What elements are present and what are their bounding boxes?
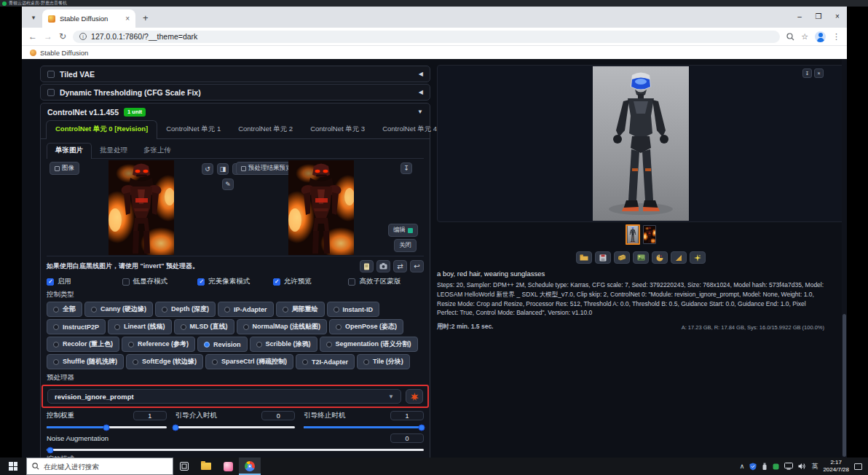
tab-batch[interactable]: 批量处理 xyxy=(92,144,135,158)
zoom-icon[interactable] xyxy=(786,33,794,41)
generated-image[interactable] xyxy=(593,66,689,221)
dynamic-thresholding-checkbox[interactable] xyxy=(47,89,55,96)
taskbar-search[interactable] xyxy=(26,458,173,475)
open-folder-button[interactable] xyxy=(576,251,592,264)
effective-region-mask-checkbox[interactable]: 高效子区蒙版 xyxy=(348,277,424,286)
send-dimensions-button[interactable]: ↩ xyxy=(410,260,424,272)
sparkle-button[interactable] xyxy=(690,251,706,264)
volume-icon[interactable] xyxy=(798,463,806,470)
mirror-webcam-button[interactable]: ⇄ xyxy=(393,260,407,272)
scrollbar-thumb[interactable] xyxy=(843,314,846,457)
control-type-ip-adapter[interactable]: IP-Adapter xyxy=(218,302,274,317)
send-to-inpaint-button[interactable] xyxy=(652,251,668,264)
control-type-canny[interactable]: Canny (硬边缘) xyxy=(84,302,153,317)
control-type-sparsectrl[interactable]: SparseCtrl (稀疏控制) xyxy=(205,354,293,369)
lowvram-checkbox[interactable]: 低显存模式 xyxy=(122,277,198,286)
control-type-scribble[interactable]: Scribble (涂鸦) xyxy=(250,337,317,352)
task-view-button[interactable] xyxy=(173,458,195,475)
close-chip[interactable]: 关闭 xyxy=(394,239,417,252)
tab-single-image[interactable]: 单张图片 xyxy=(47,143,92,159)
browser-tab[interactable]: Stable Diffusion × xyxy=(42,9,135,28)
thumbnail-robot[interactable] xyxy=(626,224,640,245)
menu-kebab-icon[interactable]: ⋮ xyxy=(832,32,840,42)
control-type-inpaint[interactable]: 局部重绘 xyxy=(276,302,325,317)
search-input[interactable] xyxy=(44,463,160,471)
expand-icon[interactable]: ▼ xyxy=(417,109,423,115)
download-image-button[interactable]: ↧ xyxy=(802,68,812,78)
control-type-mlsd[interactable]: MLSD (直线) xyxy=(174,319,234,334)
adjust-button[interactable]: ◨ xyxy=(217,163,229,175)
green-tray-icon[interactable] xyxy=(773,463,779,470)
control-type-segmentation[interactable]: Segmentation (语义分割) xyxy=(320,337,418,352)
tab-unit-1[interactable]: ControlNet 单元 1 xyxy=(157,121,229,138)
preprocessor-dropdown[interactable]: revision_ignore_prompt ▼ xyxy=(47,389,401,404)
usb-icon[interactable] xyxy=(762,463,768,471)
tab-unit-2[interactable]: ControlNet 单元 2 xyxy=(229,121,301,138)
control-type-normalmap[interactable]: NormalMap (法线贴图) xyxy=(237,319,328,334)
controlnet-header[interactable]: ControlNet v1.1.455 1 unit ▼ xyxy=(41,103,430,120)
thumbnail-warrior[interactable] xyxy=(643,225,656,244)
new-canvas-button[interactable] xyxy=(360,260,374,272)
shield-icon[interactable] xyxy=(749,463,757,471)
accordion-tiled-vae[interactable]: Tiled VAE ◀ xyxy=(40,66,430,82)
start-button[interactable] xyxy=(0,458,26,475)
save-image-button[interactable] xyxy=(595,251,611,264)
reload-button[interactable]: ↻ xyxy=(59,32,66,41)
send-to-extras-button[interactable] xyxy=(671,251,687,264)
taskbar-clock[interactable]: 2:17 2024/7/28 xyxy=(823,459,849,474)
control-type-openpose[interactable]: OpenPose (姿态) xyxy=(329,319,403,334)
guidance-end-slider[interactable]: 引导终止时机1 xyxy=(304,411,424,428)
control-type-tile[interactable]: Tile (分块) xyxy=(357,354,410,369)
page-scrollbar[interactable] xyxy=(842,59,847,458)
bookmark-item[interactable]: Stable Diffusion xyxy=(40,49,88,57)
weight-slider[interactable]: 控制权重1 xyxy=(47,411,167,428)
control-type-softedge[interactable]: SoftEdge (软边缘) xyxy=(126,354,203,369)
profile-avatar[interactable] xyxy=(815,31,826,42)
tab-multi-upload[interactable]: 多张上传 xyxy=(135,144,179,158)
tab-unit-4[interactable]: ControlNet 单元 4 xyxy=(374,121,446,138)
noise-augmentation-slider[interactable]: Noise Augmentation0 xyxy=(47,433,424,451)
brush-button[interactable]: ✎ xyxy=(222,178,234,190)
control-type-instructp2p[interactable]: InstructP2P xyxy=(47,319,106,334)
tab-unit-0[interactable]: ControlNet 单元 0 [Revision] xyxy=(46,120,157,139)
collapse-icon[interactable]: ◀ xyxy=(419,71,423,77)
network-icon[interactable] xyxy=(784,463,793,470)
accordion-dynamic-thresholding[interactable]: Dynamic Thresholding (CFG Scale Fix) ◀ xyxy=(40,84,430,101)
tab-close-icon[interactable]: × xyxy=(125,15,130,23)
run-preprocessor-button[interactable] xyxy=(406,389,423,404)
chrome-button[interactable] xyxy=(239,458,261,475)
save-zip-button[interactable] xyxy=(614,251,630,264)
download-preview-button[interactable]: ↧ xyxy=(401,162,412,174)
control-type-all[interactable]: 全部 xyxy=(47,302,82,317)
undo-button[interactable]: ↺ xyxy=(202,163,213,175)
maximize-button[interactable]: ❐ xyxy=(809,7,828,26)
url-bar[interactable]: i 127.0.0.1:7860/?__theme=dark xyxy=(73,31,780,43)
generation-info[interactable]: Steps: 20, Sampler: DPM++ 2M, Schedule t… xyxy=(437,280,824,318)
tab-search-chevron-icon[interactable]: ▾ xyxy=(26,10,41,25)
control-type-t2i-adapter[interactable]: T2I-Adapter xyxy=(296,354,355,369)
webcam-button[interactable] xyxy=(376,260,390,272)
pixel-perfect-checkbox[interactable]: 完美像素模式 xyxy=(197,277,273,286)
tray-expand-icon[interactable]: ∧ xyxy=(740,463,745,470)
preprocessor-preview-image[interactable] xyxy=(288,160,354,255)
control-type-revision[interactable]: Revision xyxy=(197,337,248,352)
collapse-icon[interactable]: ◀ xyxy=(419,89,423,95)
back-button[interactable]: ← xyxy=(28,32,37,41)
prompt-text[interactable]: a boy, red hair, wearing sunglasses xyxy=(437,270,845,278)
edit-chip[interactable]: 编辑 xyxy=(388,224,418,237)
send-to-img2img-button[interactable] xyxy=(633,251,649,264)
control-type-instant-id[interactable]: Instant-ID xyxy=(327,302,380,317)
tiled-vae-checkbox[interactable] xyxy=(47,71,55,78)
close-gallery-button[interactable]: × xyxy=(814,68,824,78)
enable-checkbox[interactable]: 启用 xyxy=(47,277,122,286)
guidance-start-slider[interactable]: 引导介入时机0 xyxy=(175,411,296,428)
control-image[interactable] xyxy=(108,160,174,255)
control-type-recolor[interactable]: Recolor (重上色) xyxy=(47,337,119,352)
bookmark-star-icon[interactable]: ☆ xyxy=(801,32,808,42)
site-info-icon[interactable]: i xyxy=(79,33,87,40)
tab-unit-3[interactable]: ControlNet 单元 3 xyxy=(301,121,374,138)
control-type-depth[interactable]: Depth (深度) xyxy=(155,302,216,317)
ime-indicator[interactable]: 英 xyxy=(811,462,818,471)
file-explorer-button[interactable] xyxy=(195,458,217,475)
close-button[interactable]: × xyxy=(828,7,847,26)
